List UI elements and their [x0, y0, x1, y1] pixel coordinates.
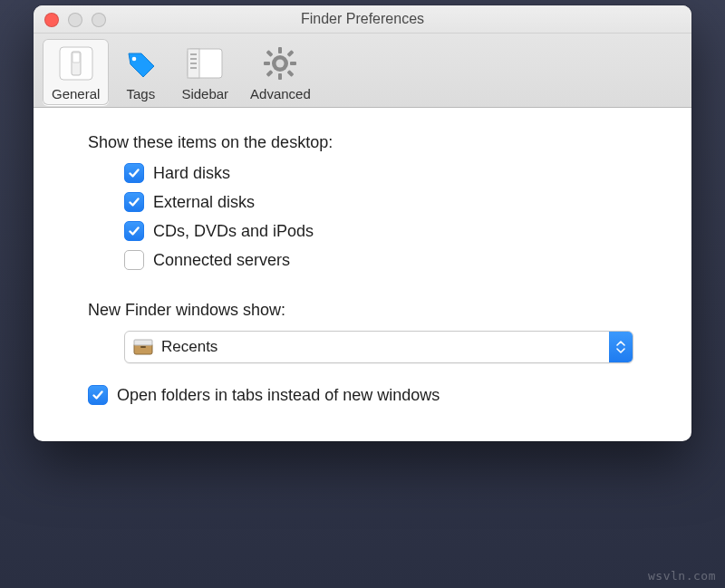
- svg-rect-12: [278, 73, 282, 80]
- checkbox-open-in-tabs[interactable]: Open folders in tabs instead of new wind…: [88, 385, 664, 405]
- svg-rect-2: [72, 53, 80, 63]
- switch-icon: [57, 44, 95, 82]
- toolbar: General Tags: [34, 34, 691, 108]
- maximize-button[interactable]: [92, 13, 106, 27]
- checkbox-label: Connected servers: [153, 251, 290, 270]
- checkbox-connected-servers[interactable]: Connected servers: [124, 250, 664, 270]
- tab-label: Tags: [127, 86, 156, 101]
- checkmark-icon: [88, 385, 108, 405]
- svg-rect-14: [290, 62, 296, 65]
- tab-label: Advanced: [250, 86, 311, 101]
- content-pane: Show these items on the desktop: Hard di…: [34, 108, 691, 441]
- checkbox-cds-dvds-ipods[interactable]: CDs, DVDs and iPods: [124, 221, 664, 241]
- checkmark-icon: [124, 192, 144, 212]
- checkbox-label: External disks: [153, 193, 255, 212]
- svg-point-3: [132, 57, 137, 62]
- recents-drawer-icon: [130, 334, 156, 360]
- desktop-items-label: Show these items on the desktop:: [88, 133, 664, 152]
- minimize-button[interactable]: [68, 13, 82, 27]
- checkbox-empty-icon: [124, 250, 144, 270]
- tab-general[interactable]: General: [43, 39, 109, 105]
- titlebar: Finder Preferences: [34, 5, 691, 34]
- svg-rect-11: [278, 47, 282, 53]
- watermark: wsvln.com: [648, 569, 716, 583]
- window-title: Finder Preferences: [301, 11, 424, 27]
- chevron-updown-icon: [609, 332, 633, 362]
- svg-rect-18: [266, 70, 274, 77]
- svg-rect-17: [287, 50, 295, 57]
- checkmark-icon: [124, 221, 144, 241]
- checkbox-label: CDs, DVDs and iPods: [153, 222, 314, 241]
- tab-advanced[interactable]: Advanced: [241, 39, 320, 105]
- svg-rect-13: [264, 62, 270, 65]
- sidebar-icon: [186, 44, 224, 82]
- window-controls: [44, 13, 106, 27]
- gear-icon: [261, 44, 299, 82]
- svg-rect-15: [266, 50, 274, 57]
- new-finder-windows-select[interactable]: Recents: [124, 331, 633, 363]
- checkmark-icon: [124, 163, 144, 183]
- svg-point-19: [276, 60, 285, 68]
- tab-sidebar[interactable]: Sidebar: [172, 39, 237, 105]
- checkbox-external-disks[interactable]: External disks: [124, 192, 664, 212]
- checkbox-hard-disks[interactable]: Hard disks: [124, 163, 664, 183]
- svg-rect-22: [140, 346, 146, 348]
- tab-tags[interactable]: Tags: [112, 39, 169, 105]
- preferences-window: Finder Preferences General: [34, 5, 691, 441]
- tab-label: General: [52, 86, 100, 101]
- close-button[interactable]: [44, 13, 59, 27]
- checkbox-label: Hard disks: [153, 164, 230, 183]
- svg-rect-16: [287, 70, 295, 77]
- tab-label: Sidebar: [181, 86, 228, 101]
- svg-rect-21: [134, 340, 152, 345]
- select-value: Recents: [161, 338, 609, 356]
- checkbox-label: Open folders in tabs instead of new wind…: [117, 386, 440, 405]
- tag-icon: [121, 44, 160, 82]
- new-finder-windows-label: New Finder windows show:: [88, 301, 664, 320]
